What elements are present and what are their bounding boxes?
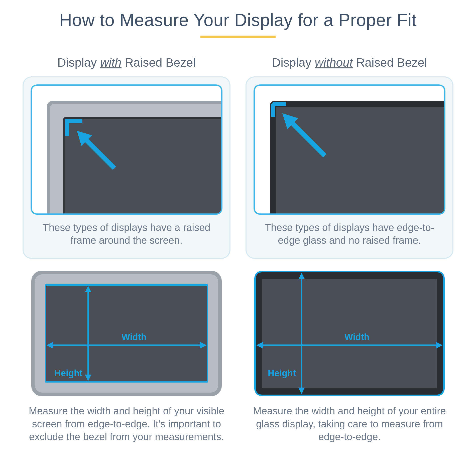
width-label: Width [122, 332, 147, 342]
dimension-overlay: Width Height [254, 271, 445, 396]
arrow-left-icon [46, 342, 53, 348]
height-line-icon [87, 287, 89, 380]
measure-block-without-bezel: Width Height [246, 271, 453, 396]
height-line-icon [301, 275, 302, 392]
arrow-down-icon [298, 388, 305, 394]
measure-diagram-with-bezel: Width Height [31, 271, 222, 396]
width-line-icon [48, 344, 205, 346]
measure-diagram-without-bezel: Width Height [254, 271, 445, 396]
corner-illustration-without-bezel [254, 84, 445, 215]
arrow-up-icon [298, 273, 305, 279]
subheading-without-bezel: Display without Raised Bezel [272, 56, 427, 69]
bottom-desc-without-bezel: Measure the width and height of your ent… [246, 405, 453, 443]
diagonal-arrow-icon [77, 131, 120, 173]
width-line-icon [259, 344, 440, 346]
subheading-post: Raised Bezel [122, 56, 196, 69]
subheading-with-bezel: Display with Raised Bezel [57, 56, 196, 69]
subheading-post: Raised Bezel [353, 56, 427, 69]
height-label: Height [54, 368, 82, 379]
arrow-right-icon [436, 342, 443, 348]
top-desc-without-bezel: These types of displays have edge-to-edg… [254, 221, 445, 247]
diagonal-arrow-icon [282, 113, 330, 161]
arrow-down-icon [85, 375, 91, 381]
top-desc-with-bezel: These types of displays have a raised fr… [31, 221, 222, 247]
title-underline [200, 36, 276, 38]
panel-without-bezel: These types of displays have edge-to-edg… [246, 76, 453, 259]
svg-line-0 [82, 136, 114, 168]
subheading-pre: Display [57, 56, 100, 69]
subheading-pre: Display [272, 56, 315, 69]
corner-illustration-with-bezel [31, 84, 222, 215]
dimension-overlay: Width Height [31, 271, 222, 396]
page-title: How to Measure Your Display for a Proper… [15, 10, 461, 30]
width-label: Width [344, 332, 370, 342]
height-label: Height [268, 368, 296, 379]
subheading-emph: with [100, 56, 122, 69]
subheading-emph: without [315, 56, 353, 69]
arrow-up-icon [85, 286, 91, 292]
measure-block-with-bezel: Width Height [23, 271, 230, 396]
arrow-left-icon [256, 342, 263, 348]
column-with-bezel: Display with Raised Bezel These types of… [23, 56, 230, 443]
columns: Display with Raised Bezel These types of… [15, 56, 461, 443]
svg-line-2 [288, 119, 325, 156]
bottom-desc-with-bezel: Measure the width and height of your vis… [23, 405, 230, 443]
column-without-bezel: Display without Raised Bezel These types… [246, 56, 453, 443]
panel-with-bezel: These types of displays have a raised fr… [23, 76, 230, 259]
arrow-right-icon [200, 342, 207, 348]
